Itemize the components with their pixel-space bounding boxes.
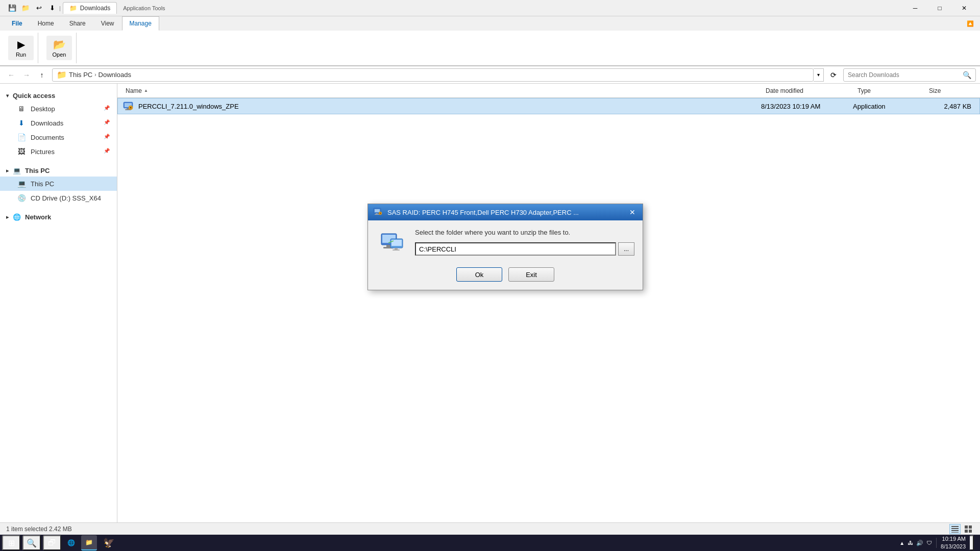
back-button[interactable]: ←: [4, 68, 18, 82]
search-box: 🔍: [843, 68, 976, 82]
tab-share[interactable]: Share: [62, 16, 93, 31]
quick-access-chevron-icon: ▾: [6, 93, 9, 98]
taskbar-explorer[interactable]: 📁: [81, 535, 97, 550]
tray-network-icon: 🖧: [908, 540, 913, 546]
refresh-button[interactable]: ⟳: [827, 68, 840, 82]
sidebar-item-documents[interactable]: 📄 Documents 📌: [0, 130, 117, 144]
pin-icon-3: 📌: [104, 134, 111, 141]
sidebar: ▾ Quick access 🖥 Desktop 📌 ⬇ Downloads 📌…: [0, 84, 117, 547]
file-item[interactable]: PERCCLI_7.211.0_windows_ZPE 8/13/2023 10…: [117, 98, 980, 114]
sort-icon: ▲: [144, 88, 148, 93]
start-icon: ⊞: [8, 538, 15, 548]
address-path[interactable]: 📁 This PC › Downloads: [52, 68, 814, 82]
qa-save-button[interactable]: 💾: [6, 2, 18, 14]
tab-file[interactable]: File: [4, 16, 30, 31]
tab-manage[interactable]: Manage: [122, 16, 159, 31]
file-name: PERCCLI_7.211.0_windows_ZPE: [138, 103, 761, 110]
open-button[interactable]: 📂 Open: [46, 36, 72, 60]
dialog-inner: Select the folder where you want to unzi…: [376, 229, 634, 259]
dialog-browse-button[interactable]: ...: [618, 242, 634, 256]
start-button[interactable]: ⊞: [2, 535, 20, 550]
dialog-body: Select the folder where you want to unzi…: [368, 220, 643, 290]
sidebar-item-downloads[interactable]: ⬇ Downloads 📌: [0, 116, 117, 130]
path-downloads[interactable]: Downloads: [99, 71, 131, 79]
minimize-button[interactable]: ─: [903, 0, 927, 16]
pin-icon-4: 📌: [104, 148, 111, 155]
search-input[interactable]: [848, 71, 961, 79]
network-icon: 🌐: [13, 213, 21, 221]
up-button[interactable]: ↑: [35, 68, 49, 82]
dialog-message: Select the folder where you want to unzi…: [415, 229, 634, 236]
path-this-pc[interactable]: This PC: [69, 71, 92, 79]
qa-folder-button[interactable]: 📁: [19, 2, 32, 14]
ribbon-content: ▶ Run 📂 Open: [0, 31, 980, 66]
details-view-button[interactable]: [949, 524, 961, 534]
address-dropdown[interactable]: ▾: [814, 68, 824, 82]
ribbon-tabs: File Home Share View Manage 🔼: [0, 16, 980, 31]
sidebar-item-desktop[interactable]: 🖥 Desktop 📌: [0, 102, 117, 116]
title-bar: 💾 📁 ↩ ⬇ | 📁 Downloads Application Tools …: [0, 0, 980, 16]
dialog-exit-button[interactable]: Exit: [508, 267, 554, 282]
svg-point-5: [130, 107, 132, 109]
tray-volume-icon[interactable]: 🔊: [916, 540, 923, 546]
ribbon-context-label: Application Tools: [119, 5, 169, 11]
ribbon-toggle[interactable]: 🔼: [967, 20, 974, 27]
open-section: 📂 Open: [42, 33, 77, 63]
dialog-buttons: Ok Exit: [376, 267, 634, 282]
address-path-container: 📁 This PC › Downloads ▾: [52, 68, 824, 82]
task-view-button[interactable]: 🗗: [43, 535, 61, 550]
close-button[interactable]: ✕: [952, 0, 976, 16]
up-icon: ↑: [40, 71, 44, 79]
search-icon[interactable]: 🔍: [963, 71, 971, 79]
this-pc-selected-icon: 💻: [16, 179, 27, 189]
sidebar-item-cd-drive[interactable]: 💿 CD Drive (D:) SSS_X64: [0, 191, 117, 205]
file-size: 2,487 KB: [924, 103, 975, 110]
clock[interactable]: 10:19 AM 8/13/2023: [941, 535, 966, 551]
taskbar-ie[interactable]: 🌐: [63, 535, 79, 550]
sidebar-quick-access-header: ▾ Quick access: [0, 88, 117, 102]
run-button[interactable]: ▶ Run: [8, 36, 34, 60]
large-icon-view-button[interactable]: [963, 524, 974, 534]
forward-button[interactable]: →: [19, 68, 34, 82]
sidebar-network-header[interactable]: ▸ 🌐 Network: [0, 209, 117, 223]
run-section: ▶ Run: [4, 33, 38, 63]
qa-down-button[interactable]: ⬇: [46, 2, 58, 14]
network-chevron-icon: ▸: [6, 214, 9, 220]
tab-home[interactable]: Home: [30, 16, 62, 31]
quick-access-toolbar: 💾 📁 ↩ ⬇ |: [4, 2, 63, 14]
show-desktop-button[interactable]: [970, 535, 974, 550]
col-header-size[interactable]: Size: [925, 84, 976, 97]
svg-rect-9: [951, 532, 959, 533]
desktop-icon: 🖥: [16, 104, 27, 114]
file-icon: [122, 100, 134, 112]
taskbar-search-button[interactable]: 🔍: [22, 535, 41, 550]
sidebar-item-this-pc-selected[interactable]: 💻 This PC: [0, 177, 117, 191]
dialog-titlebar: SAS RAID: PERC H745 Front,Dell PERC H730…: [368, 204, 643, 220]
system-tray: ▲ 🖧 🔊 🛡: [899, 540, 932, 546]
active-tab[interactable]: 📁 Downloads: [63, 2, 117, 14]
tray-show-icon[interactable]: ▲: [899, 540, 904, 546]
svg-rect-15: [375, 209, 380, 212]
dialog-path-input[interactable]: [415, 242, 616, 256]
col-header-type[interactable]: Type: [853, 84, 925, 97]
sidebar-this-pc-header[interactable]: ▸ 💻 This PC: [0, 163, 117, 177]
restore-button[interactable]: □: [928, 0, 951, 16]
svg-rect-11: [969, 525, 972, 529]
taskbar-app3[interactable]: 🦅: [99, 535, 118, 550]
tray-shield-icon: 🛡: [926, 540, 932, 546]
view-controls: [949, 524, 974, 534]
svg-rect-27: [393, 249, 400, 251]
svg-rect-10: [965, 525, 968, 529]
col-header-name[interactable]: Name ▲: [121, 84, 762, 97]
tab-view[interactable]: View: [93, 16, 122, 31]
dialog-ok-button[interactable]: Ok: [456, 267, 502, 282]
col-header-date[interactable]: Date modified: [762, 84, 853, 97]
dialog-close-button[interactable]: ✕: [627, 207, 638, 217]
qa-undo-button[interactable]: ↩: [33, 2, 45, 14]
this-pc-chevron-icon: ▸: [6, 168, 9, 173]
open-icon: 📂: [53, 38, 66, 51]
sidebar-item-pictures[interactable]: 🖼 Pictures 📌: [0, 144, 117, 159]
path-arrow-icon: 📁: [57, 70, 67, 80]
file-list: PERCCLI_7.211.0_windows_ZPE 8/13/2023 10…: [117, 98, 980, 547]
svg-rect-13: [969, 530, 972, 533]
